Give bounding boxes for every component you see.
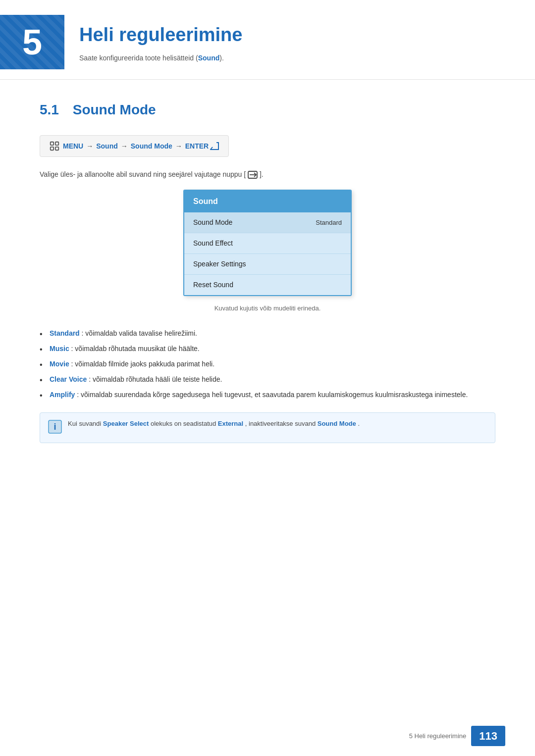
menu-item-reset-sound-label: Reset Sound	[193, 280, 233, 290]
list-item: Music : võimaldab rõhutada muusikat üle …	[40, 344, 495, 354]
chapter-header: 5 Heli reguleerimine Saate konfigureerid…	[0, 0, 535, 80]
menu-item-speaker-settings-label: Speaker Settings	[193, 259, 246, 269]
chapter-subtitle: Saate konfigureerida toote helisätteid (…	[79, 53, 242, 63]
section-title: 5.1 Sound Mode	[40, 100, 495, 120]
note-speaker-select: Speaker Select	[103, 420, 149, 427]
note-text: Kui suvandi Speaker Select olekuks on se…	[68, 419, 360, 429]
sound-menu: Sound Sound Mode Standard Sound Effect S…	[183, 190, 352, 296]
note-icon: i	[48, 420, 62, 437]
list-item: Movie : võimaldab filmide jaoks pakkuda …	[40, 359, 495, 369]
menu-icon	[49, 141, 60, 151]
menu-item-sound-mode-label: Sound Mode	[193, 217, 232, 228]
chapter-number: 5	[0, 15, 64, 69]
enter-icon	[210, 142, 219, 150]
bullet-bold-clear-voice: Clear Voice	[50, 375, 87, 383]
main-content: 5.1 Sound Mode MENU → Sound → Sound Mode…	[0, 80, 535, 463]
nav-path: MENU → Sound → Sound Mode → ENTER	[40, 135, 229, 157]
note-external: External	[218, 420, 243, 427]
menu-item-sound-mode[interactable]: Sound Mode Standard	[184, 212, 351, 233]
svg-rect-0	[51, 142, 54, 145]
svg-rect-2	[51, 147, 54, 150]
menu-item-sound-effect-label: Sound Effect	[193, 238, 233, 249]
nav-sound-mode-label: Sound Mode	[131, 141, 172, 151]
menu-caption: Kuvatud kujutis võib mudeliti erineda.	[40, 303, 495, 313]
svg-rect-1	[55, 142, 58, 145]
page-footer: 5 Heli reguleerimine 113	[409, 726, 505, 746]
nav-menu-label: MENU	[63, 141, 83, 151]
note-box: i Kui suvandi Speaker Select olekuks on …	[40, 412, 495, 444]
menu-item-sound-effect[interactable]: Sound Effect	[184, 233, 351, 254]
menu-item-sound-mode-value: Standard	[316, 218, 342, 228]
sound-menu-container: Sound Sound Mode Standard Sound Effect S…	[40, 190, 495, 296]
svg-text:i: i	[54, 422, 56, 432]
footer-chapter-label: 5 Heli reguleerimine	[409, 731, 467, 741]
bullet-list: Standard : võimaldab valida tavalise hel…	[40, 328, 495, 400]
list-item: Clear Voice : võimaldab rõhutada hääli ü…	[40, 374, 495, 385]
nav-sound-label: Sound	[96, 141, 118, 151]
menu-item-speaker-settings[interactable]: Speaker Settings	[184, 254, 351, 275]
enter-bracket-icon	[248, 170, 260, 178]
instruction-text: Valige üles- ja allanoolte abil suvand n…	[40, 169, 495, 180]
bullet-bold-standard: Standard	[50, 329, 80, 337]
sound-menu-header: Sound	[184, 191, 351, 212]
note-sound-mode: Sound Mode	[318, 420, 356, 427]
list-item: Standard : võimaldab valida tavalise hel…	[40, 328, 495, 339]
list-item: Amplify : võimaldab suurendada kõrge sag…	[40, 390, 495, 400]
chapter-title: Heli reguleerimine	[79, 21, 242, 49]
bullet-bold-movie: Movie	[50, 360, 69, 368]
chapter-title-block: Heli reguleerimine Saate konfigureerida …	[79, 21, 242, 63]
nav-enter-label: ENTER	[185, 141, 209, 151]
bullet-bold-music: Music	[50, 345, 69, 353]
menu-item-reset-sound[interactable]: Reset Sound	[184, 275, 351, 295]
footer-page-number: 113	[471, 726, 505, 746]
bullet-bold-amplify: Amplify	[50, 391, 75, 399]
svg-rect-3	[55, 147, 58, 150]
